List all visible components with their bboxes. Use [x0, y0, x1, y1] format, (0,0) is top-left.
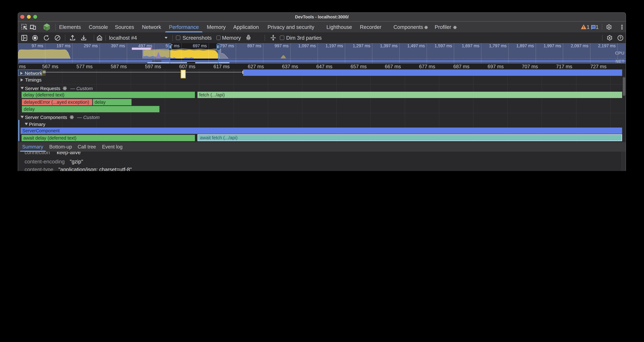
svg-text:?: ? — [619, 36, 622, 40]
